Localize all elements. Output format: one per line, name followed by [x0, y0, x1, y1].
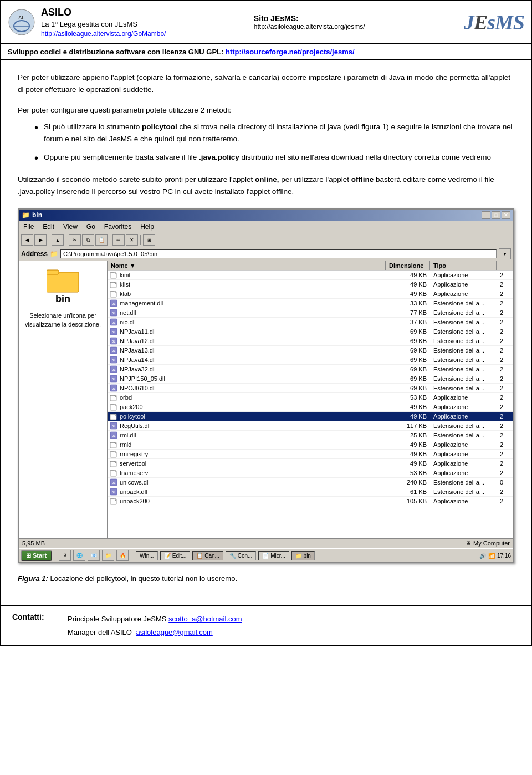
sito-url2[interactable]: http://asiloleague.altervista.org/jesms/ [254, 23, 365, 30]
page-header: AL ASILO La 1ª Lega gestita con JEsMS ht… [0, 0, 532, 44]
banner-url[interactable]: http://sourceforge.net/projects/jesms/ [226, 48, 355, 56]
menu-file[interactable]: File [21, 222, 36, 232]
col-header-nome[interactable]: Nome ▼ [108, 261, 386, 270]
views-button[interactable]: ⊞ [143, 234, 155, 246]
table-row[interactable]: rmid49 KBApplicazione2 [108, 440, 513, 450]
status-size-value: 5,95 MB [22, 540, 45, 547]
table-row[interactable]: pack20049 KBApplicazione2 [108, 402, 513, 412]
bullet-item-2: • Oppure più semplicemente basta salvare… [34, 151, 514, 166]
table-row[interactable]: DLnet.dll77 KBEstensione dell'a...2 [108, 308, 513, 318]
table-row[interactable]: tnameserv53 KBApplicazione2 [108, 468, 513, 478]
quicklaunch-2[interactable]: 🌐 [73, 550, 85, 561]
table-row[interactable]: rmiregistry49 KBApplicazione2 [108, 450, 513, 459]
delete-button[interactable]: ✕ [126, 234, 138, 246]
taskbar-separator-2 [132, 550, 132, 561]
quicklaunch-5[interactable]: 🔥 [116, 550, 129, 561]
explorer-window: 📁 bin _ □ ✕ File Edit View Go Favorites … [18, 208, 514, 563]
address-input[interactable]: C:\Programmi\Java\jre1.5.0_05\bin [60, 249, 497, 258]
taskbar-separator [55, 550, 55, 561]
taskbar-edit[interactable]: 📝 Edit... [160, 551, 190, 560]
cut-button[interactable]: ✂ [69, 234, 81, 246]
footer-manager-row: Manager dell'ASILO asiloleague@gmail.com [68, 626, 242, 639]
taskbar-win[interactable]: Win... [136, 551, 158, 560]
start-button[interactable]: ⊞ Start [21, 550, 52, 561]
table-row[interactable]: unpack200105 KBApplicazione2 [108, 497, 513, 506]
table-row[interactable]: DLunpack.dll61 KBEstensione dell'a...2 [108, 487, 513, 497]
jesms-logo: JEsMS [464, 10, 524, 34]
menu-edit[interactable]: Edit [40, 222, 57, 232]
menu-help[interactable]: Help [138, 222, 156, 232]
table-row[interactable]: klab49 KBApplicazione2 [108, 289, 513, 299]
table-row[interactable]: DLNPJava12.dll69 KBEstensione dell'a...2 [108, 336, 513, 346]
quicklaunch-4[interactable]: 📁 [102, 550, 114, 561]
windows-icon: ⊞ [26, 552, 31, 559]
window-controls[interactable]: _ □ ✕ [482, 211, 510, 219]
maximize-button[interactable]: □ [492, 211, 500, 219]
col-header-dim[interactable]: Dimensione [386, 261, 430, 270]
table-row[interactable]: orbd53 KBApplicazione2 [108, 393, 513, 402]
file-list[interactable]: kinit49 KBApplicazione2klist49 KBApplica… [108, 271, 513, 538]
taskbar-can[interactable]: 📋 Can... [192, 551, 223, 560]
up-button[interactable]: ▲ [52, 234, 64, 246]
copy-button[interactable]: ⧉ [82, 234, 94, 246]
svg-text:DL: DL [112, 349, 116, 353]
col-header-extra [497, 261, 513, 270]
table-row[interactable]: DLNPJava13.dll69 KBEstensione dell'a...2 [108, 346, 513, 355]
menu-favorites[interactable]: Favorites [102, 222, 134, 232]
header-left: AL ASILO La 1ª Lega gestita con JEsMS ht… [8, 6, 166, 39]
table-row[interactable]: policytool49 KBApplicazione2 [108, 412, 513, 421]
bullet-list: • Si può utilizzare lo strumento policyt… [34, 121, 514, 166]
status-computer-label: My Computer [473, 540, 510, 547]
menu-view[interactable]: View [61, 222, 80, 232]
toolbar-separator-1 [49, 235, 49, 245]
window-taskbar: ⊞ Start 🖥 🌐 📧 📁 🔥 Win... 📝 Edit... 📋 Can… [19, 548, 513, 562]
table-row[interactable]: DLRegUtils.dll117 KBEstensione dell'a...… [108, 421, 513, 431]
minimize-button[interactable]: _ [482, 211, 490, 219]
table-row[interactable]: kinit49 KBApplicazione2 [108, 271, 513, 280]
table-row[interactable]: DLNPOJI610.dll69 KBEstensione dell'a...2 [108, 384, 513, 393]
table-row[interactable]: DLNPJava32.dll69 KBEstensione dell'a...2 [108, 365, 513, 374]
window-menubar: File Edit View Go Favorites Help [19, 221, 513, 233]
system-tray: 🔊 📶 17:16 [479, 553, 511, 559]
forward-button[interactable]: ▶ [34, 234, 47, 246]
table-row[interactable]: DLnio.dll37 KBEstensione dell'a...2 [108, 318, 513, 327]
svg-text:DL: DL [112, 368, 116, 371]
footer-dev-email[interactable]: scotto_a@hotmail.com [168, 615, 242, 623]
taskbar-micr[interactable]: 📄 Micr... [258, 551, 289, 560]
back-button[interactable]: ◀ [21, 234, 33, 246]
table-row[interactable]: DLrmi.dll25 KBEstensione dell'a...2 [108, 431, 513, 440]
table-row[interactable]: DLNPJava14.dll69 KBEstensione dell'a...2 [108, 355, 513, 365]
paste-button[interactable]: 📋 [95, 234, 108, 246]
svg-text:DL: DL [112, 491, 116, 494]
toolbar-separator-3 [110, 235, 110, 245]
table-row[interactable]: DLunicows.dll240 KBEstensione dell'a...0 [108, 478, 513, 487]
sort-icon: ▼ [130, 262, 136, 269]
table-row[interactable]: servertool49 KBApplicazione2 [108, 459, 513, 468]
sidebar-folder-label: bin [55, 293, 70, 305]
table-row[interactable]: DLNPJPI150_05.dll69 KBEstensione dell'a.… [108, 374, 513, 384]
window-titlebar: 📁 bin _ □ ✕ [19, 210, 513, 221]
close-button[interactable]: ✕ [502, 211, 510, 219]
quicklaunch-3[interactable]: 📧 [88, 550, 100, 561]
quicklaunch-1[interactable]: 🖥 [59, 550, 71, 561]
banner: Sviluppo codici e distribuzione software… [0, 44, 532, 60]
address-bar-row: Address 📁 C:\Programmi\Java\jre1.5.0_05\… [19, 247, 513, 261]
bullet-dot-1: • [34, 120, 38, 135]
methods-intro: Per poter configurare questi parametri p… [18, 104, 514, 116]
footer-content: Principale Sviluppatore JeSMS scotto_a@h… [68, 613, 242, 639]
table-row[interactable]: DLNPJava11.dll69 KBEstensione dell'a...2 [108, 327, 513, 336]
site-url1[interactable]: http://asiloleague.altervista.org/GoMamb… [41, 29, 166, 39]
taskbar-con[interactable]: 🔧 Con... [226, 551, 256, 560]
bullet-item-1: • Si può utilizzare lo strumento policyt… [34, 121, 514, 145]
footer-dev-label: Principale Sviluppatore JeSMS [68, 615, 166, 623]
undo-button[interactable]: ↩ [112, 234, 125, 246]
col-header-tipo[interactable]: Tipo [430, 261, 497, 270]
menu-go[interactable]: Go [84, 222, 98, 232]
footer-manager-email[interactable]: asiloleague@gmail.com [136, 628, 213, 636]
folder-icon-small: 📁 [50, 250, 58, 258]
table-row[interactable]: klist49 KBApplicazione2 [108, 280, 513, 289]
taskbar-bin[interactable]: 📁 bin [291, 551, 315, 560]
go-button[interactable]: ▼ [499, 248, 511, 259]
final-paragraph: Utilizzando il secondo metodo sarete sub… [18, 174, 514, 197]
table-row[interactable]: DLmanagement.dll33 KBEstensione dell'a..… [108, 299, 513, 308]
